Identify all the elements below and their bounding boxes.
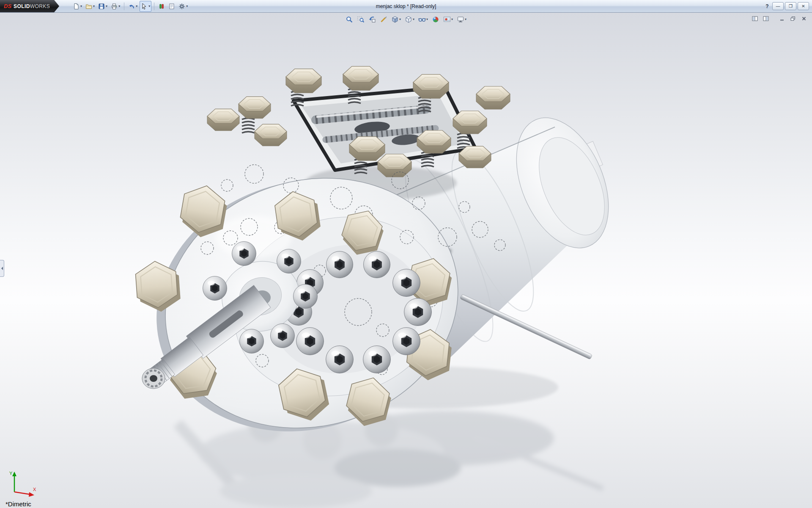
options-button[interactable]: ▾ (177, 1, 189, 12)
dropdown-arrow[interactable]: ▾ (93, 5, 95, 8)
help-button[interactable]: ? (763, 3, 771, 10)
tile-pane-left-icon (752, 16, 758, 21)
edit-appearance-button[interactable] (431, 14, 441, 25)
window-controls: ? — ❐ ✕ (763, 2, 812, 10)
minimize-button[interactable]: — (772, 2, 784, 10)
select-cursor-icon (141, 3, 148, 10)
heads-up-view-toolbar: ▾ ▾ ▾ (344, 14, 468, 25)
open-button[interactable]: ▾ (84, 1, 96, 12)
model-top-cover[interactable] (207, 66, 510, 177)
doc-restore-icon (790, 16, 796, 21)
rebuild-stoplight-icon (158, 3, 165, 10)
zoom-to-area-button[interactable] (356, 14, 366, 25)
section-view-button[interactable] (379, 14, 389, 25)
doc-restore-button[interactable] (788, 14, 798, 22)
zoom-to-area-icon (357, 16, 365, 23)
dropdown-arrow[interactable]: ▾ (426, 18, 428, 21)
display-style-icon (405, 16, 412, 23)
view-settings-button[interactable]: ▾ (455, 14, 468, 25)
zoom-to-fit-button[interactable] (344, 14, 354, 25)
window-title: menjac sklop * [Read-only] (376, 3, 436, 9)
dropdown-arrow[interactable]: ▾ (136, 5, 137, 8)
apply-scene-button[interactable]: ▾ (442, 14, 454, 25)
previous-view-button[interactable] (367, 14, 377, 25)
print-icon (111, 3, 118, 10)
document-window-controls (750, 14, 809, 22)
titlebar: DS SOLIDWORKS ▾ ▾ ▾ (0, 0, 812, 13)
toolbar-separator (124, 3, 124, 10)
ds-logo-icon: DS (4, 3, 11, 9)
dropdown-arrow[interactable]: ▾ (451, 18, 453, 21)
apply-scene-icon (443, 16, 451, 23)
view-orientation-label: *Dimetric (5, 500, 31, 508)
new-document-button[interactable]: ▾ (71, 1, 83, 12)
dropdown-arrow[interactable]: ▾ (118, 5, 120, 8)
x-axis-label: X (33, 487, 36, 492)
dropdown-arrow[interactable]: ▾ (148, 5, 150, 8)
orientation-triad: Y X (8, 470, 40, 499)
x-axis-arrow (29, 492, 34, 497)
previous-view-icon (368, 16, 376, 23)
tile-pane-right-button[interactable] (761, 14, 771, 22)
tile-pane-left-button[interactable] (750, 14, 760, 22)
doc-close-icon (801, 16, 807, 21)
dropdown-arrow[interactable]: ▾ (80, 5, 82, 8)
view-orientation-button[interactable]: ▾ (390, 14, 402, 25)
solidworks-app: DS SOLIDWORKS ▾ ▾ ▾ (0, 0, 812, 508)
dropdown-arrow[interactable]: ▾ (465, 18, 466, 21)
appearance-sphere-icon (432, 16, 439, 23)
model-3d (0, 12, 812, 508)
tile-pane-right-icon (763, 16, 769, 21)
rebuild-button[interactable] (157, 1, 166, 12)
maximize-button[interactable]: ❐ (785, 2, 796, 10)
save-button[interactable]: ▾ (97, 1, 109, 12)
section-view-icon (380, 16, 387, 23)
display-style-button[interactable]: ▾ (403, 14, 416, 25)
dropdown-arrow[interactable]: ▾ (106, 5, 107, 8)
eyeglasses-icon (418, 16, 426, 23)
save-floppy-icon (98, 3, 105, 10)
solidworks-logo: DS SOLIDWORKS (0, 0, 59, 12)
dropdown-arrow[interactable]: ▾ (413, 18, 414, 21)
view-settings-icon (457, 16, 464, 23)
brand-solid: SOLID (14, 3, 30, 9)
y-axis-arrow (12, 472, 16, 476)
panel-collapse-tab[interactable] (0, 260, 4, 277)
undo-icon (128, 3, 135, 10)
y-axis-label: Y (9, 471, 13, 476)
new-document-icon (73, 3, 80, 10)
print-button[interactable]: ▾ (110, 1, 121, 12)
dropdown-arrow[interactable]: ▾ (186, 5, 188, 8)
doc-minimize-button[interactable] (777, 14, 787, 22)
select-button[interactable]: ▾ (140, 1, 151, 12)
dropdown-arrow[interactable]: ▾ (399, 18, 401, 21)
brand-works: WORKS (30, 3, 50, 9)
close-button[interactable]: ✕ (798, 2, 809, 10)
graphics-viewport[interactable]: ▾ ▾ ▾ (0, 12, 812, 508)
file-properties-icon (168, 3, 175, 10)
options-gear-icon (178, 3, 185, 10)
file-properties-button[interactable] (167, 1, 176, 12)
hide-show-items-button[interactable]: ▾ (417, 14, 429, 25)
open-folder-icon (85, 3, 92, 10)
undo-button[interactable]: ▾ (127, 1, 139, 12)
view-orientation-cube-icon (391, 16, 399, 23)
toolbar-separator (154, 3, 154, 10)
doc-close-button[interactable] (799, 14, 809, 22)
doc-minimize-icon (779, 16, 785, 21)
zoom-to-fit-icon (346, 16, 353, 23)
model-reflection (173, 409, 604, 508)
